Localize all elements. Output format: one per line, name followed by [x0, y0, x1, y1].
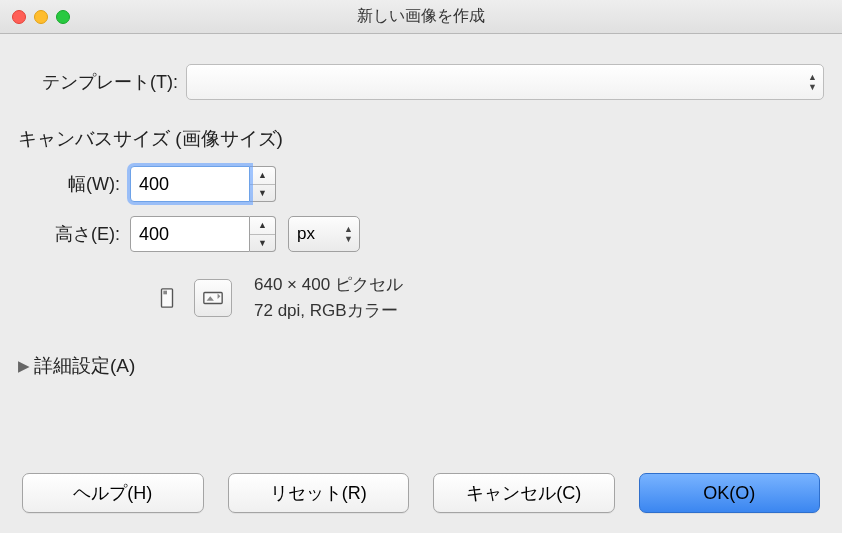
- canvas-size-section-title: キャンバスサイズ (画像サイズ): [18, 126, 824, 152]
- title-bar: 新しい画像を作成: [0, 0, 842, 34]
- unit-value: px: [297, 224, 315, 244]
- advanced-settings-expander[interactable]: ▶ 詳細設定(A): [18, 353, 824, 379]
- template-label: テンプレート(T):: [18, 70, 178, 94]
- width-step-up-button[interactable]: ▲: [250, 167, 275, 185]
- height-label: 高さ(E):: [18, 222, 130, 246]
- portrait-icon: [156, 287, 178, 309]
- width-stepper-buttons: ▲ ▼: [250, 166, 276, 202]
- height-stepper-buttons: ▲ ▼: [250, 216, 276, 252]
- help-button[interactable]: ヘルプ(H): [22, 473, 204, 513]
- window-controls: [12, 10, 70, 24]
- expander-triangle-icon: ▶: [18, 357, 30, 375]
- width-step-down-button[interactable]: ▼: [250, 185, 275, 202]
- dropdown-arrows-icon: ▲▼: [808, 65, 817, 99]
- cancel-button[interactable]: キャンセル(C): [433, 473, 615, 513]
- landscape-icon: [202, 287, 224, 309]
- height-input[interactable]: [130, 216, 250, 252]
- height-step-down-button[interactable]: ▼: [250, 235, 275, 252]
- width-input[interactable]: [130, 166, 250, 202]
- canvas-info-dimensions: 640 × 400 ピクセル: [254, 272, 403, 298]
- canvas-info: 640 × 400 ピクセル 72 dpi, RGBカラー: [254, 272, 403, 323]
- window-title: 新しい画像を作成: [0, 6, 842, 27]
- width-spinner: ▲ ▼: [130, 166, 276, 202]
- minimize-window-button[interactable]: [34, 10, 48, 24]
- template-dropdown[interactable]: ▲▼: [186, 64, 824, 100]
- zoom-window-button[interactable]: [56, 10, 70, 24]
- reset-button[interactable]: リセット(R): [228, 473, 410, 513]
- dialog-button-bar: ヘルプ(H) リセット(R) キャンセル(C) OK(O): [22, 473, 820, 513]
- unit-arrows-icon: ▲▼: [344, 217, 353, 251]
- orientation-landscape-button[interactable]: [194, 279, 232, 317]
- canvas-info-resolution: 72 dpi, RGBカラー: [254, 298, 403, 324]
- close-window-button[interactable]: [12, 10, 26, 24]
- orientation-portrait-button[interactable]: [148, 279, 186, 317]
- svg-rect-2: [204, 292, 222, 303]
- advanced-settings-label: 詳細設定(A): [34, 353, 135, 379]
- height-step-up-button[interactable]: ▲: [250, 217, 275, 235]
- svg-rect-1: [163, 290, 167, 294]
- width-label: 幅(W):: [18, 172, 130, 196]
- unit-select[interactable]: px ▲▼: [288, 216, 360, 252]
- height-spinner: ▲ ▼: [130, 216, 276, 252]
- ok-button[interactable]: OK(O): [639, 473, 821, 513]
